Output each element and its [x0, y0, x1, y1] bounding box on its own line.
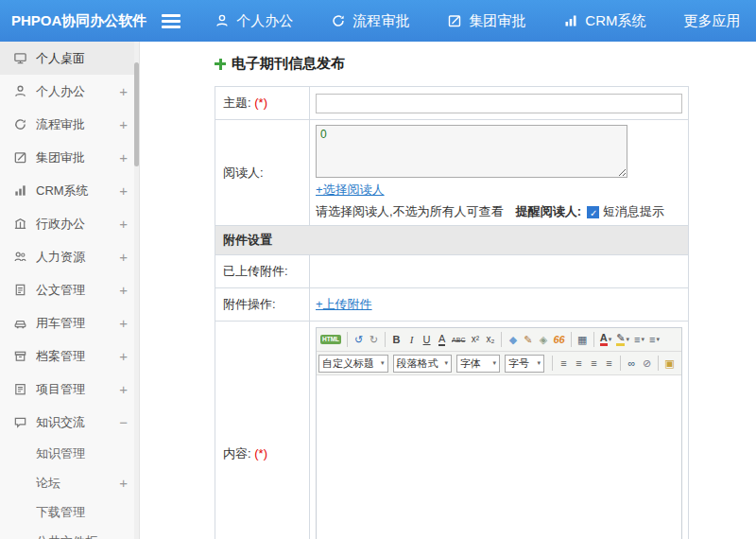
hamburger-menu-icon[interactable]: [162, 14, 180, 28]
unlink-icon: ⊘: [643, 358, 651, 369]
editor-html-button[interactable]: HTML: [318, 330, 343, 349]
editor-link-button[interactable]: ∞: [625, 354, 639, 373]
editor-align-right-button[interactable]: ≡: [587, 354, 601, 373]
nav-label: CRM系统: [585, 12, 645, 30]
page-title-row: 电子期刊信息发布: [215, 55, 756, 73]
editor-superscript-button[interactable]: x²: [468, 330, 482, 349]
sms-checkbox[interactable]: [587, 206, 599, 218]
editor-font-color-button[interactable]: A▾: [598, 330, 613, 349]
nav-crm-system[interactable]: CRM系统: [563, 12, 645, 30]
upload-attachment-link[interactable]: +上传附件: [316, 297, 372, 311]
sidebar-item-workflow-approval[interactable]: 流程审批+: [0, 108, 139, 141]
editor-align-left-button[interactable]: ≡: [557, 354, 571, 373]
sidebar-item-personal-office[interactable]: 个人办公+: [0, 75, 139, 108]
sidebar-item-knowledge-management[interactable]: 知识管理: [0, 439, 139, 468]
collapse-minus-icon[interactable]: −: [119, 415, 128, 429]
editor-font-size-select[interactable]: 字号▾: [505, 355, 544, 373]
app-logo: PHPOA协同办公软件: [0, 12, 146, 30]
project-icon: [13, 382, 27, 396]
editor-format-brush-button[interactable]: ✎: [521, 330, 535, 349]
editor-blockquote-button[interactable]: 66: [551, 330, 566, 349]
expand-plus-icon[interactable]: +: [119, 84, 128, 98]
sidebar-item-label: 用车管理: [36, 315, 119, 332]
add-icon: [215, 59, 226, 70]
expand-plus-icon[interactable]: +: [119, 150, 128, 165]
required-mark: (*): [254, 96, 267, 110]
sidebar-item-download-management[interactable]: 下载管理: [0, 497, 139, 527]
expand-plus-icon[interactable]: +: [119, 250, 128, 264]
editor-italic-button[interactable]: I: [404, 330, 419, 349]
numbered-list-icon: ≡: [649, 335, 655, 345]
editor-strikethrough-button[interactable]: ABC: [450, 330, 467, 349]
editor-image-button[interactable]: ▣: [662, 354, 677, 373]
editor-numbered-list-button[interactable]: ≡▾: [647, 330, 662, 349]
expand-plus-icon[interactable]: +: [119, 476, 128, 490]
expand-plus-icon[interactable]: +: [119, 382, 128, 396]
editor-paragraph-format-select[interactable]: 段落格式▾: [393, 355, 453, 373]
sidebar-item-label: 人力资源: [36, 249, 119, 266]
sidebar-item-personal-desktop[interactable]: 个人桌面: [0, 42, 139, 75]
sidebar-menu: 个人桌面个人办公+流程审批+集团审批+CRM系统+行政办公+人力资源+公文管理+…: [0, 42, 139, 539]
sidebar-item-public-file-cabinet[interactable]: 公共文件柜: [0, 527, 139, 539]
attachment-section-header: 附件设置: [215, 226, 689, 255]
strikethrough-icon: ABC: [452, 337, 465, 343]
editor-justify-button[interactable]: ≡: [602, 354, 616, 373]
sidebar-item-crm-system[interactable]: CRM系统+: [0, 174, 139, 207]
sidebar-item-label: 集团审批: [36, 149, 119, 166]
nav-label: 流程审批: [352, 12, 409, 30]
toolbar-separator: [501, 332, 502, 347]
bullet-list-icon: ≡: [634, 335, 640, 345]
editor-clear-format-button[interactable]: ◈: [536, 330, 550, 349]
sidebar-item-archive-management[interactable]: 档案管理+: [0, 339, 139, 373]
attachment-operation-row: 附件操作: +上传附件: [215, 288, 689, 322]
sidebar-item-forum[interactable]: 论坛+: [0, 468, 139, 497]
expand-plus-icon[interactable]: +: [119, 117, 128, 131]
editor-bullet-list-button[interactable]: ≡▾: [632, 330, 646, 349]
required-mark: (*): [254, 446, 267, 461]
expand-plus-icon[interactable]: +: [119, 183, 128, 198]
editor-highlight-button[interactable]: ✎▾: [614, 330, 631, 349]
nav-personal-office[interactable]: 个人办公: [215, 12, 293, 30]
editor-font-family-select[interactable]: 字体▾: [456, 355, 500, 373]
expand-plus-icon[interactable]: +: [119, 283, 128, 297]
edit-icon: [13, 150, 27, 165]
editor-custom-heading-select[interactable]: 自定义标题▾: [318, 355, 388, 373]
sidebar-item-project-management[interactable]: 项目管理+: [0, 373, 139, 406]
editor-undo-button[interactable]: ↺: [352, 330, 366, 349]
sidebar-item-vehicle-management[interactable]: 用车管理+: [0, 306, 139, 339]
sidebar-scrollbar[interactable]: [134, 42, 139, 539]
caret-down-icon: ▾: [626, 336, 629, 343]
rich-text-editor: HTML↺↻BIUAABCx²x₂◆✎◈66▦A▾✎▾≡▾≡▾ 自定义标题▾段落…: [316, 327, 682, 539]
expand-plus-icon[interactable]: +: [119, 349, 128, 363]
editor-media-button[interactable]: ▶: [678, 354, 681, 373]
select-readers-link[interactable]: +选择阅读人: [316, 183, 385, 197]
sidebar-item-label: CRM系统: [36, 183, 119, 200]
expand-plus-icon[interactable]: +: [119, 316, 128, 330]
subject-input[interactable]: [316, 94, 682, 113]
editor-align-center-button[interactable]: ≡: [572, 354, 586, 373]
sidebar-item-admin-office[interactable]: 行政办公+: [0, 207, 139, 240]
toolbar-separator: [658, 356, 659, 371]
sidebar-item-document-management[interactable]: 公文管理+: [0, 273, 139, 306]
sidebar-scrollbar-thumb[interactable]: [134, 62, 139, 166]
editor-unlink-button[interactable]: ⊘: [640, 354, 654, 373]
sidebar-item-knowledge-exchange[interactable]: 知识交流−: [0, 406, 139, 439]
readers-textarea[interactable]: 0: [316, 125, 627, 178]
editor-eraser-button[interactable]: ◆: [506, 330, 520, 349]
nav-workflow-approval[interactable]: 流程审批: [331, 12, 409, 30]
nav-more-apps[interactable]: 更多应用: [684, 12, 756, 30]
editor-table-button[interactable]: ▦: [576, 330, 590, 349]
nav-group-approval[interactable]: 集团审批: [447, 12, 525, 30]
editor-subscript-button[interactable]: x₂: [483, 330, 497, 349]
uploaded-label: 已上传附件:: [215, 255, 310, 288]
editor-redo-button[interactable]: ↻: [367, 330, 381, 349]
editor-font-underline-button[interactable]: A: [435, 330, 449, 349]
expand-plus-icon[interactable]: +: [119, 217, 128, 231]
sidebar-item-human-resources[interactable]: 人力资源+: [0, 240, 139, 273]
align-left-icon: ≡: [560, 358, 566, 369]
editor-content-area[interactable]: [317, 375, 681, 539]
editor-underline-button[interactable]: U: [420, 330, 434, 349]
sidebar-item-group-approval[interactable]: 集团审批+: [0, 141, 139, 174]
caret-down-icon: ▾: [493, 359, 497, 367]
editor-bold-button[interactable]: B: [389, 330, 404, 349]
